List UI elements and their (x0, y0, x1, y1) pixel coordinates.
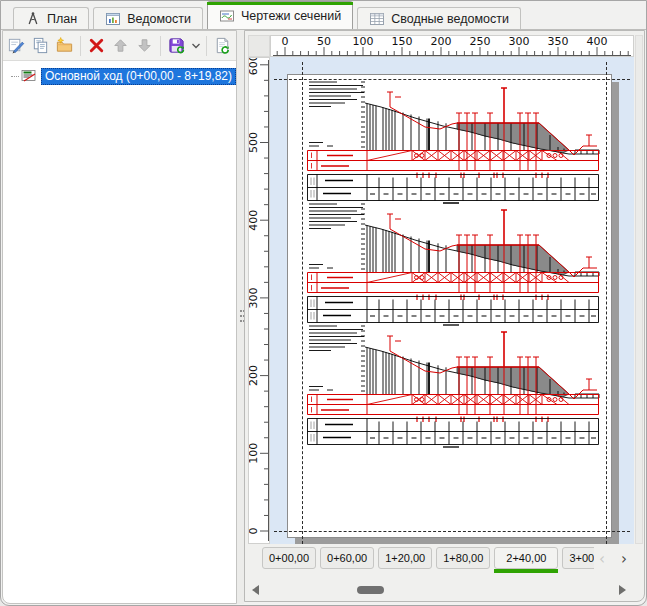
tab-plan[interactable]: План (13, 7, 89, 29)
new-folder-button[interactable] (53, 33, 76, 59)
tab-vedomosti[interactable]: Ведомости (93, 7, 203, 29)
tree-connector (11, 76, 19, 77)
copy-icon (31, 36, 50, 55)
ruler-corner (248, 35, 270, 57)
svg-text:0: 0 (249, 528, 260, 535)
tabs-scroll-right-button[interactable]: › (617, 550, 631, 568)
save-options-button[interactable] (189, 33, 202, 59)
sheet-tab-1+20,00[interactable]: 1+20,00 (378, 547, 432, 569)
svg-text:200: 200 (249, 365, 260, 386)
tab-svodnye-vedomosti[interactable]: Сводные ведомости (357, 7, 521, 29)
delete-icon (87, 36, 106, 55)
sheet-tabs: 0+00,000+60,001+20,001+80,002+40,003+00,… (245, 545, 644, 575)
toolbar-separator (160, 36, 161, 56)
vertical-scrollbar[interactable] (635, 35, 643, 544)
svg-text:300: 300 (509, 36, 530, 48)
tree-item-label: Основной ход (0+00,00 - 8+19,82) (41, 68, 236, 85)
refresh-drawing-button[interactable] (211, 33, 234, 59)
tab-label: План (47, 12, 77, 26)
svg-text:400: 400 (587, 36, 608, 48)
vertical-ruler: 0100200300400500600 (248, 57, 270, 544)
toolbar-separator (206, 36, 207, 56)
sections-tree: Основной ход (0+00,00 - 8+19,82) (3, 61, 236, 86)
edit-icon (7, 36, 26, 55)
tree-item-main-route[interactable]: Основной ход (0+00,00 - 8+19,82) (3, 66, 236, 86)
tab-chertezhi-sechenij[interactable]: Чертежи сечений (207, 1, 353, 29)
save-icon (167, 36, 186, 55)
scrollbar-thumb[interactable] (357, 586, 384, 594)
sheet-tab-0+60,00[interactable]: 0+60,00 (320, 547, 374, 569)
scroll-right-arrow-icon[interactable] (619, 585, 626, 595)
scroll-left-arrow-icon[interactable] (252, 585, 259, 595)
drawing-canvas[interactable] (270, 57, 634, 544)
arrow-down-icon (135, 36, 154, 55)
toolbar (3, 31, 236, 61)
svg-text:0: 0 (282, 36, 289, 48)
tabs-scroll-left-button[interactable]: ‹ (595, 550, 609, 568)
refresh-icon (213, 36, 232, 55)
main-tabbar: План Ведомости Чертежи сечений (1, 1, 646, 29)
edit-drawing-button[interactable] (5, 33, 28, 59)
svg-text:600: 600 (249, 58, 260, 75)
chevron-down-icon (191, 41, 201, 51)
save-export-button[interactable] (165, 33, 188, 59)
horizontal-ruler: 050100150200250300350400 (270, 35, 634, 57)
svg-text:500: 500 (249, 132, 260, 153)
delete-button[interactable] (85, 33, 108, 59)
svg-text:300: 300 (249, 287, 260, 308)
svg-text:350: 350 (548, 36, 569, 48)
toolbar-separator (80, 36, 81, 56)
move-up-button[interactable] (109, 33, 132, 59)
sections-list-panel: Основной ход (0+00,00 - 8+19,82) (2, 30, 237, 604)
arrow-up-icon (111, 36, 130, 55)
panel-splitter[interactable] (237, 30, 244, 604)
svg-text:150: 150 (392, 36, 413, 48)
report-chart-icon (105, 11, 121, 27)
svg-text:250: 250 (470, 36, 491, 48)
tabbar-divider (1, 29, 646, 30)
sheet-tab-1+80,00[interactable]: 1+80,00 (436, 547, 490, 569)
compass-icon (25, 11, 41, 27)
sheet-tab-3+00,00[interactable]: 3+00,00 (562, 547, 594, 569)
sheet-tab-list: 0+00,000+60,001+20,001+80,002+40,003+00,… (262, 547, 594, 574)
svg-text:50: 50 (317, 36, 331, 48)
folder-new-icon (55, 36, 74, 55)
svg-text:200: 200 (431, 36, 452, 48)
horizontal-scrollbar[interactable] (245, 577, 644, 601)
app-window: План Ведомости Чертежи сечений (0, 0, 647, 606)
sheet-tab-2+40,00[interactable]: 2+40,00 (494, 547, 558, 569)
splitter-grip-icon (240, 310, 242, 312)
drawing-panel: 050100150200250300350400 010020030040050… (244, 30, 645, 602)
move-down-button[interactable] (133, 33, 156, 59)
svg-text:100: 100 (353, 36, 374, 48)
cross-sections-drawing (270, 57, 634, 544)
section-drawing-icon (219, 8, 235, 24)
tab-label: Сводные ведомости (391, 12, 509, 26)
route-section-icon (20, 69, 38, 83)
tab-label: Ведомости (127, 12, 191, 26)
svg-text:100: 100 (249, 443, 260, 464)
svg-text:400: 400 (249, 210, 260, 231)
summary-table-icon (369, 11, 385, 27)
sheet-tab-0+00,00[interactable]: 0+00,00 (262, 547, 316, 569)
copy-button[interactable] (29, 33, 52, 59)
tab-label: Чертежи сечений (241, 9, 341, 23)
